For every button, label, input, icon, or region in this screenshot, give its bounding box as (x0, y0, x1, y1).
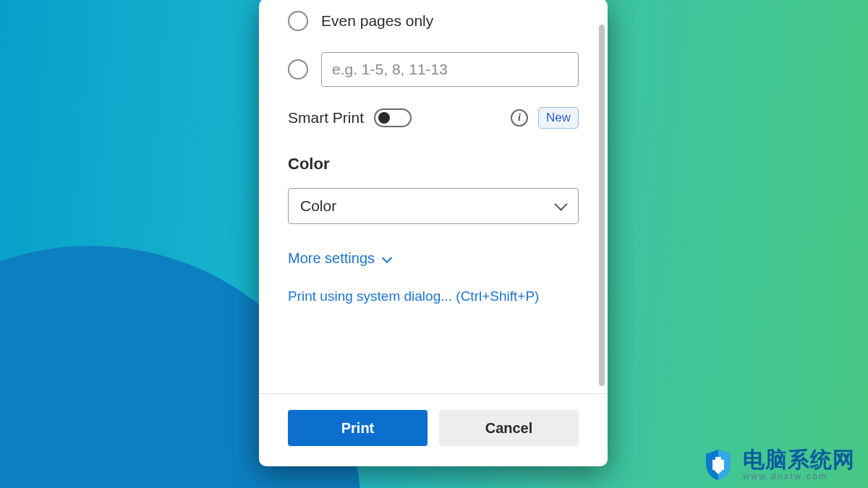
print-dialog: Even pages only Smart Print i New Color … (259, 0, 608, 466)
watermark-title: 电脑系统网 (743, 448, 855, 471)
pages-even-row: Even pages only (288, 9, 579, 33)
new-badge: New (538, 107, 579, 129)
smart-print-row: Smart Print i New (288, 107, 579, 129)
smart-print-label: Smart Print (288, 109, 364, 127)
watermark-icon (701, 448, 736, 482)
system-dialog-label: Print using system dialog... (Ctrl+Shift… (288, 288, 539, 304)
more-settings-label: More settings (288, 250, 375, 267)
color-select[interactable]: Color (288, 188, 579, 224)
chevron-down-icon (555, 200, 566, 212)
toggle-knob (378, 112, 390, 124)
info-icon[interactable]: i (511, 109, 528, 127)
system-dialog-link[interactable]: Print using system dialog... (Ctrl+Shift… (288, 288, 539, 304)
watermark: 电脑系统网 www.dnxtw.com (701, 448, 855, 482)
radio-custom-pages[interactable] (288, 59, 308, 80)
smart-print-toggle[interactable] (374, 108, 412, 127)
dialog-footer: Print Cancel (259, 393, 608, 466)
watermark-text: 电脑系统网 www.dnxtw.com (743, 448, 855, 481)
more-settings-link[interactable]: More settings (288, 250, 391, 267)
chevron-down-icon (382, 254, 391, 263)
pages-custom-row (288, 52, 579, 87)
print-button[interactable]: Print (288, 410, 427, 446)
dialog-content: Even pages only Smart Print i New Color … (259, 0, 608, 393)
color-heading: Color (288, 155, 579, 174)
custom-pages-input[interactable] (321, 52, 579, 87)
even-pages-label: Even pages only (321, 12, 433, 30)
cancel-button[interactable]: Cancel (439, 410, 579, 446)
scrollbar[interactable] (599, 25, 605, 386)
watermark-url: www.dnxtw.com (743, 472, 855, 481)
color-select-value: Color (300, 197, 336, 215)
radio-even-pages[interactable] (288, 11, 308, 31)
